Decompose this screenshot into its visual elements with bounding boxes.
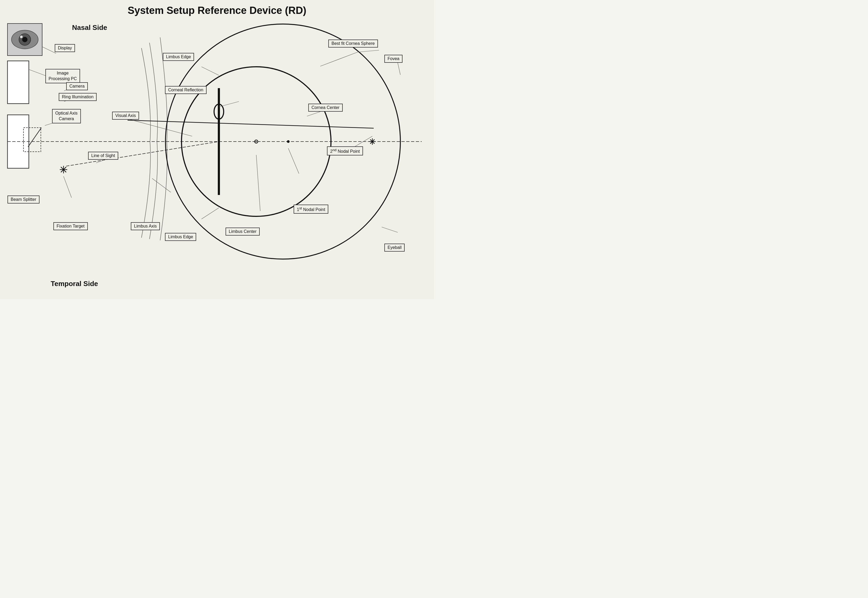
svg-line-34 bbox=[201, 67, 219, 75]
svg-point-2 bbox=[19, 34, 31, 45]
svg-line-30 bbox=[358, 50, 379, 52]
svg-line-46 bbox=[42, 47, 56, 54]
svg-point-21 bbox=[287, 140, 289, 143]
cornea-center-label: Cornea Center bbox=[308, 104, 343, 112]
main-container: System Setup Reference Device (RD) Nasal… bbox=[0, 0, 434, 299]
best-fit-cornea-sphere-label: Best fit Cornea Sphere bbox=[328, 39, 378, 48]
fixation-target-label: Fixation Target bbox=[54, 222, 88, 230]
svg-line-33 bbox=[219, 102, 239, 107]
svg-rect-0 bbox=[7, 24, 42, 55]
svg-line-28 bbox=[128, 120, 374, 128]
svg-point-3 bbox=[22, 37, 27, 42]
svg-line-9 bbox=[29, 69, 47, 76]
svg-line-42 bbox=[64, 176, 72, 197]
svg-point-20 bbox=[214, 104, 224, 119]
limbus-axis-label: Limbus Axis bbox=[131, 222, 160, 230]
nodal-point-2-label: 2nd Nodal Point bbox=[327, 147, 363, 155]
svg-line-24 bbox=[370, 139, 374, 144]
svg-line-36 bbox=[256, 155, 260, 211]
line-of-sight-label: Line of Sight bbox=[88, 152, 118, 160]
beam-splitter-label: Beam Splitter bbox=[7, 196, 39, 203]
limbus-edge-bottom-label: Limbus Edge bbox=[165, 233, 196, 241]
page-title: System Setup Reference Device (RD) bbox=[128, 5, 306, 16]
camera-label: Camera bbox=[66, 82, 88, 90]
svg-line-14 bbox=[61, 167, 66, 172]
svg-line-25 bbox=[370, 139, 374, 144]
svg-line-8 bbox=[28, 128, 41, 147]
display-label: Display bbox=[55, 44, 75, 52]
svg-point-18 bbox=[166, 24, 400, 259]
svg-rect-7 bbox=[24, 128, 41, 152]
temporal-label: Temporal Side bbox=[51, 280, 98, 288]
svg-line-38 bbox=[288, 148, 299, 173]
eyeball-label: Eyeball bbox=[384, 244, 405, 251]
svg-point-4 bbox=[20, 36, 23, 38]
ring-illumination-label: Ring Illumination bbox=[59, 93, 97, 101]
svg-line-41 bbox=[152, 178, 171, 192]
limbus-center-label: Limbus Center bbox=[225, 227, 260, 236]
visual-axis-label: Visual Axis bbox=[112, 112, 139, 120]
svg-line-29 bbox=[320, 52, 358, 66]
svg-line-31 bbox=[398, 63, 400, 75]
svg-line-16 bbox=[128, 119, 192, 136]
svg-point-27 bbox=[256, 141, 257, 142]
fovea-label: Fovea bbox=[384, 55, 403, 63]
svg-line-32 bbox=[307, 112, 320, 116]
optical-axis-camera-label: Optical AxisCamera bbox=[52, 109, 81, 123]
corneal-reflection-label: Corneal Reflection bbox=[165, 86, 207, 94]
svg-rect-5 bbox=[7, 61, 29, 104]
nasal-label: Nasal Side bbox=[72, 24, 107, 32]
svg-point-26 bbox=[255, 140, 258, 143]
svg-line-39 bbox=[382, 227, 398, 232]
nodal-point-1-label: 1st Nodal Point bbox=[294, 205, 328, 214]
svg-line-13 bbox=[61, 167, 66, 172]
svg-point-1 bbox=[12, 30, 38, 49]
svg-line-35 bbox=[201, 208, 219, 219]
image-processing-label: ImageProcessing PC bbox=[45, 69, 80, 83]
limbus-edge-top-label: Limbus Edge bbox=[163, 53, 194, 61]
svg-rect-6 bbox=[7, 115, 29, 168]
